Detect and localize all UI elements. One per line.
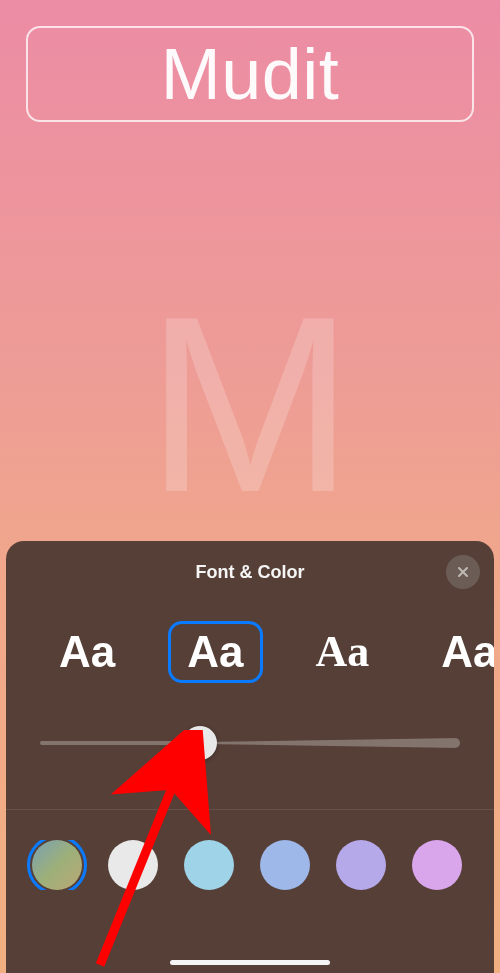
font-option-1[interactable]: Aa [168, 621, 262, 683]
color-swatch-4[interactable] [336, 840, 386, 890]
panel-title: Font & Color [196, 562, 305, 583]
contact-poster-editor: Mudit M Font & Color AaAaAaAa [0, 0, 500, 973]
panel-header: Font & Color [6, 541, 494, 603]
contact-name-frame[interactable]: Mudit [26, 26, 474, 122]
slider-thumb[interactable] [183, 726, 217, 760]
contact-name-text: Mudit [161, 33, 340, 115]
close-button[interactable] [446, 555, 480, 589]
color-swatch-1[interactable] [108, 840, 158, 890]
font-option-0[interactable]: Aa [40, 621, 134, 683]
close-icon [455, 564, 471, 580]
color-swatch-row [6, 840, 494, 890]
color-swatch-3[interactable] [260, 840, 310, 890]
monogram-initial: M [146, 280, 354, 530]
font-selector-row: AaAaAaAa [6, 621, 494, 683]
font-color-panel: Font & Color AaAaAaAa [6, 541, 494, 973]
font-option-2[interactable]: Aa [297, 621, 389, 683]
color-swatch-0[interactable] [32, 840, 82, 890]
color-swatch-2[interactable] [184, 840, 234, 890]
home-indicator[interactable] [170, 960, 330, 965]
slider-track-left [40, 741, 200, 745]
slider-track-right [200, 738, 460, 748]
font-option-3[interactable]: Aa [422, 621, 494, 683]
panel-divider [6, 809, 494, 810]
weight-slider[interactable] [40, 727, 460, 759]
color-swatch-5[interactable] [412, 840, 462, 890]
